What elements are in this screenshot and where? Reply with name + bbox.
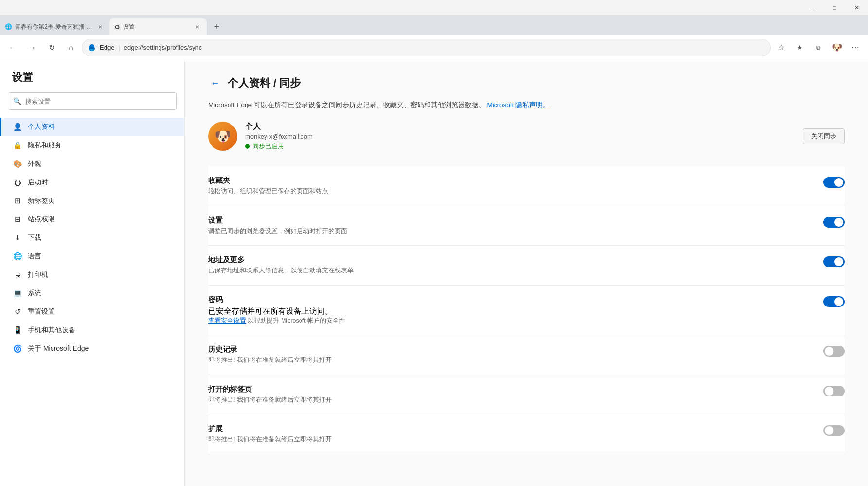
sync-item-info-favorites: 收藏夹轻松访问、组织和管理已保存的页面和站点: [208, 176, 823, 196]
toggle-opentabs[interactable]: [823, 386, 845, 396]
nav-right-buttons: ☆ ★ ⧉ 🐶 ⋯: [773, 39, 864, 56]
sync-item-title-favorites: 收藏夹: [208, 176, 823, 185]
home-button[interactable]: ⌂: [62, 39, 80, 56]
back-button[interactable]: ←: [4, 39, 21, 56]
close-button[interactable]: ✕: [846, 0, 868, 16]
search-input[interactable]: [25, 98, 171, 105]
edge-logo-icon: [88, 44, 96, 52]
search-box[interactable]: 🔍: [8, 92, 177, 110]
tab-gear-icon: ⚙: [114, 23, 120, 31]
printer-icon: 🖨: [13, 270, 22, 279]
sync-item-title-settings: 设置: [208, 216, 823, 225]
tab-close-settings[interactable]: ✕: [193, 22, 202, 31]
refresh-button[interactable]: ↻: [43, 39, 60, 56]
toggle-address[interactable]: [823, 256, 845, 267]
sidebar-item-about[interactable]: 🌀关于 Microsoft Edge: [0, 340, 184, 358]
profile-button[interactable]: 🐶: [828, 39, 846, 56]
address-divider: |: [118, 44, 120, 51]
tab-label: 青春有你第2季-爱奇艺独播-爱…: [15, 23, 93, 31]
tab-settings[interactable]: ⚙ 设置 ✕: [109, 18, 207, 35]
new-tab-button[interactable]: +: [209, 18, 225, 35]
sync-item-row-passwords: 密码已安全存储并可在所有设备上访问。查看安全设置 以帮助提升 Microsoft…: [208, 295, 845, 325]
toggle-thumb-history: [825, 347, 833, 356]
sidebar-item-profile[interactable]: 👤个人资料: [0, 118, 184, 136]
sync-item-history: 历史记录即将推出! 我们将在准备就绪后立即将其打开: [208, 335, 845, 375]
toggle-thumb-favorites: [834, 178, 843, 187]
toggle-extensions[interactable]: [823, 425, 845, 436]
sync-item-title-address: 地址及更多: [208, 255, 823, 265]
toggle-thumb-opentabs: [825, 387, 833, 396]
sidebar-label-newtab: 新标签页: [28, 197, 55, 205]
sidebar-label-appearance: 外观: [28, 160, 41, 168]
profile-name: 个人: [245, 122, 795, 132]
sync-item-row-favorites: 收藏夹轻松访问、组织和管理已保存的页面和站点: [208, 176, 845, 196]
tab-iqiyi[interactable]: 🌐 青春有你第2季-爱奇艺独播-爱… ✕: [0, 18, 109, 35]
content-header: ← 个人资料 / 同步: [208, 76, 845, 90]
address-bar[interactable]: Edge | edge://settings/profiles/sync: [82, 39, 771, 56]
profile-info: 个人 monkey-x@foxmail.com 同步已启用: [245, 122, 795, 151]
sync-item-title-opentabs: 打开的标签页: [208, 385, 823, 394]
palette-icon: 🎨: [13, 160, 22, 168]
lock-icon: 🔒: [13, 141, 22, 150]
collections-button[interactable]: ⧉: [810, 39, 827, 56]
sync-item-row-extensions: 扩展即将推出! 我们将在准备就绪后立即将其打开: [208, 424, 845, 444]
maximize-button[interactable]: □: [823, 0, 846, 16]
sidebar-label-mobile: 手机和其他设备: [28, 326, 75, 335]
sidebar-item-newtab[interactable]: ⊞新标签页: [0, 192, 184, 210]
toggle-settings[interactable]: [823, 217, 845, 228]
sync-item-info-opentabs: 打开的标签页即将推出! 我们将在准备就绪后立即将其打开: [208, 385, 823, 405]
sync-item-desc-extensions: 即将推出! 我们将在准备就绪后立即将其打开: [208, 435, 823, 444]
toggle-favorites[interactable]: [823, 177, 845, 188]
sidebar-item-privacy[interactable]: 🔒隐私和服务: [0, 136, 184, 155]
sidebar-item-appearance[interactable]: 🎨外观: [0, 155, 184, 173]
sync-item-desc-address: 已保存地址和联系人等信息，以便自动填充在线表单: [208, 267, 823, 275]
avatar: 🐶: [208, 122, 237, 151]
sidebar-item-siteperms[interactable]: ⊟站点权限: [0, 210, 184, 229]
sync-item-opentabs: 打开的标签页即将推出! 我们将在准备就绪后立即将其打开: [208, 375, 845, 415]
sidebar-item-mobile[interactable]: 📱手机和其他设备: [0, 321, 184, 340]
sync-item-desc-opentabs: 即将推出! 我们将在准备就绪后立即将其打开: [208, 396, 823, 405]
sync-item-title-history: 历史记录: [208, 345, 823, 354]
sidebar-label-privacy: 隐私和服务: [28, 141, 62, 150]
toggle-passwords[interactable]: [823, 296, 845, 307]
toggle-history[interactable]: [823, 346, 845, 357]
sync-item-row-opentabs: 打开的标签页即将推出! 我们将在准备就绪后立即将其打开: [208, 385, 845, 405]
sync-item-row-address: 地址及更多已保存地址和联系人等信息，以便自动填充在线表单: [208, 255, 845, 275]
sidebar-label-system: 系统: [28, 289, 41, 298]
sidebar-item-language[interactable]: 🌐语言: [0, 247, 184, 266]
toggle-thumb-extensions: [825, 426, 833, 435]
sync-description: Microsoft Edge 可以在所有已登录设备之间同步历史记录、收藏夹、密码…: [208, 100, 845, 110]
lang-icon: 🌐: [13, 252, 22, 261]
forward-button[interactable]: →: [23, 39, 41, 56]
toggle-thumb-settings: [834, 218, 843, 227]
profile-email: monkey-x@foxmail.com: [245, 133, 795, 140]
sync-item-link-passwords[interactable]: 查看安全设置: [208, 317, 246, 324]
privacy-link[interactable]: Microsoft 隐私声明。: [487, 101, 550, 108]
sync-status-text: 同步已启用: [252, 142, 284, 151]
tab-close-iqiyi[interactable]: ✕: [96, 22, 105, 31]
favorites-button[interactable]: ★: [791, 39, 809, 56]
sidebar-item-system[interactable]: 💻系统: [0, 284, 184, 303]
power-icon: ⏻: [13, 178, 22, 187]
tab-label: 设置: [123, 23, 135, 31]
tab-page-icon: 🌐: [5, 23, 12, 30]
profile-card: 🐶 个人 monkey-x@foxmail.com 同步已启用 关闭同步: [208, 122, 845, 151]
sidebar-item-downloads[interactable]: ⬇下载: [0, 229, 184, 247]
sidebar-nav: 👤个人资料🔒隐私和服务🎨外观⏻启动时⊞新标签页⊟站点权限⬇下载🌐语言🖨打印机💻系…: [0, 118, 184, 358]
page-title: 个人资料 / 同步: [228, 76, 301, 90]
close-sync-button[interactable]: 关闭同步: [803, 128, 845, 144]
sidebar-label-printer: 打印机: [28, 270, 48, 279]
minimize-button[interactable]: ─: [801, 0, 823, 16]
sidebar-item-printer[interactable]: 🖨打印机: [0, 266, 184, 284]
sidebar-item-startup[interactable]: ⏻启动时: [0, 173, 184, 192]
sync-status: 同步已启用: [245, 142, 795, 151]
sidebar: 设置 🔍 👤个人资料🔒隐私和服务🎨外观⏻启动时⊞新标签页⊟站点权限⬇下载🌐语言🖨…: [0, 60, 185, 486]
back-nav-button[interactable]: ←: [208, 76, 222, 90]
sync-item-desc-favorites: 轻松访问、组织和管理已保存的页面和站点: [208, 187, 823, 196]
titlebar: ─ □ ✕: [0, 0, 868, 16]
sidebar-label-reset: 重置设置: [28, 307, 55, 316]
favorites-star-button[interactable]: ☆: [773, 39, 790, 56]
sync-item-desc-history: 即将推出! 我们将在准备就绪后立即将其打开: [208, 356, 823, 365]
sidebar-item-reset[interactable]: ↺重置设置: [0, 303, 184, 321]
menu-button[interactable]: ⋯: [847, 39, 864, 56]
